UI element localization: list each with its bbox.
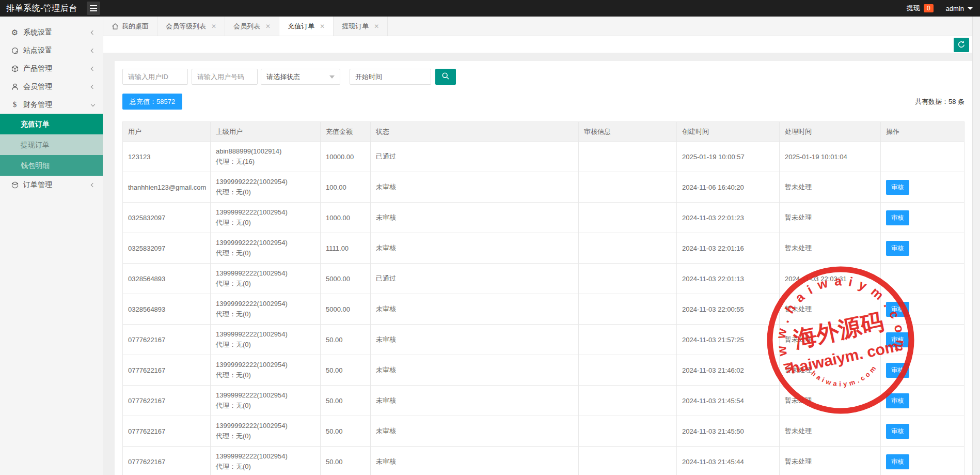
status-cell: 已通过 bbox=[371, 142, 579, 172]
audit-button[interactable]: 审核 bbox=[886, 393, 909, 408]
agent-text: 代理：无(0) bbox=[216, 218, 315, 228]
audit-button[interactable]: 审核 bbox=[886, 424, 909, 439]
parent-user-text: abin888999(1002914) bbox=[216, 146, 315, 157]
close-icon[interactable]: ✕ bbox=[374, 23, 379, 30]
action-cell: 审核 bbox=[881, 447, 965, 475]
sidebar-item-label: 系统设置 bbox=[23, 28, 52, 37]
hamburger-menu-icon[interactable] bbox=[87, 2, 100, 15]
user-cell: 0777622167 bbox=[123, 355, 211, 386]
sidebar-item-finance-management[interactable]: $财务管理 bbox=[0, 96, 103, 114]
sidebar-item-label: 订单管理 bbox=[23, 180, 52, 190]
total-recharge-button[interactable]: 总充值：58572 bbox=[122, 94, 182, 110]
parent-user-text: 13999992222(1002954) bbox=[216, 329, 315, 340]
audit-info-cell bbox=[579, 416, 677, 447]
parent-user-cell: 13999992222(1002954)代理：无(0) bbox=[211, 233, 321, 264]
chevron-left-icon bbox=[91, 66, 95, 70]
start-time-input[interactable] bbox=[350, 69, 431, 85]
sidebar-item-site-settings[interactable]: 站点设置 bbox=[0, 41, 103, 59]
parent-user-cell: 13999992222(1002954)代理：无(0) bbox=[211, 447, 321, 475]
parent-user-text: 13999992222(1002954) bbox=[216, 268, 315, 279]
parent-user-text: 13999992222(1002954) bbox=[216, 421, 315, 431]
action-cell bbox=[881, 264, 965, 294]
user-menu[interactable]: admin bbox=[946, 5, 973, 12]
member-icon bbox=[10, 83, 19, 90]
processed-time-cell: 暂未处理 bbox=[780, 294, 881, 325]
agent-text: 代理：无(0) bbox=[216, 401, 315, 411]
withdraw-count-badge: 0 bbox=[924, 4, 934, 12]
tab-member-level-list[interactable]: 会员等级列表✕ bbox=[157, 17, 225, 36]
user-phone-input[interactable] bbox=[192, 69, 258, 85]
status-cell: 已通过 bbox=[371, 264, 579, 294]
close-icon[interactable]: ✕ bbox=[211, 23, 216, 30]
tab-recharge-orders[interactable]: 充值订单✕ bbox=[279, 17, 334, 36]
table-row: 077762216713999992222(1002954)代理：无(0)50.… bbox=[123, 447, 965, 475]
audit-button[interactable]: 审核 bbox=[886, 302, 909, 317]
status-select[interactable]: 请选择状态 bbox=[261, 69, 340, 85]
audit-button[interactable]: 审核 bbox=[886, 210, 909, 225]
amount-cell: 50.00 bbox=[321, 447, 371, 475]
table-row: 032856489313999992222(1002954)代理：无(0)500… bbox=[123, 294, 965, 325]
status-select-value: 请选择状态 bbox=[266, 72, 300, 82]
sidebar-subitem-recharge-orders[interactable]: 充值订单 bbox=[0, 114, 103, 134]
search-button[interactable] bbox=[435, 69, 456, 85]
processed-time-cell: 2025-01-19 10:01:04 bbox=[780, 142, 881, 172]
stats-row: 总充值：58572 共有数据：58 条 bbox=[122, 94, 965, 110]
sidebar-item-system-settings[interactable]: ⚙系统设置 bbox=[0, 23, 103, 41]
audit-button[interactable]: 审核 bbox=[886, 363, 909, 378]
status-cell: 未审核 bbox=[371, 294, 579, 325]
sidebar-item-label: 产品管理 bbox=[23, 64, 52, 73]
parent-user-text: 13999992222(1002954) bbox=[216, 390, 315, 401]
audit-info-cell bbox=[579, 142, 677, 172]
close-icon[interactable]: ✕ bbox=[265, 23, 271, 30]
table-row: 123123abin888999(1002914)代理：无(16)10000.0… bbox=[123, 142, 965, 172]
sidebar-item-member-management[interactable]: 会员管理 bbox=[0, 78, 103, 96]
sidebar-subitem-wallet-detail[interactable]: 钱包明细 bbox=[0, 155, 103, 176]
user-cell: thanhhien123@gmail.com bbox=[123, 172, 211, 203]
sidebar-subitem-withdraw-orders[interactable]: 提现订单 bbox=[0, 134, 103, 155]
refresh-button[interactable] bbox=[954, 38, 969, 52]
column-header: 审核信息 bbox=[579, 122, 677, 142]
sidebar-item-label: 站点设置 bbox=[23, 46, 52, 55]
audit-button[interactable]: 审核 bbox=[886, 332, 909, 347]
audit-button[interactable]: 审核 bbox=[886, 454, 909, 469]
amount-cell: 50.00 bbox=[321, 325, 371, 355]
audit-button[interactable]: 审核 bbox=[886, 180, 909, 195]
audit-info-cell bbox=[579, 294, 677, 325]
user-id-input[interactable] bbox=[122, 69, 188, 85]
created-time-cell: 2024-11-03 22:01:23 bbox=[677, 203, 780, 233]
amount-cell: 1111.00 bbox=[321, 233, 371, 264]
processed-time-cell: 暂未处理 bbox=[780, 233, 881, 264]
sidebar-item-order-management[interactable]: 订单管理 bbox=[0, 176, 103, 194]
tab-my-desktop[interactable]: 我的桌面 bbox=[103, 17, 157, 36]
parent-user-cell: 13999992222(1002954)代理：无(0) bbox=[211, 416, 321, 447]
tab-withdraw-orders[interactable]: 提现订单✕ bbox=[334, 17, 388, 36]
table-row: 032856489313999992222(1002954)代理：无(0)500… bbox=[123, 264, 965, 294]
site-icon bbox=[10, 47, 19, 54]
created-time-cell: 2024-11-03 21:57:25 bbox=[677, 325, 780, 355]
content-area: 请选择状态 总充值：58572 共有数据：58 条 用户上级用户充值金额状态审核… bbox=[103, 53, 972, 475]
withdraw-notification[interactable]: 提现 0 bbox=[907, 4, 934, 13]
parent-user-text: 13999992222(1002954) bbox=[216, 177, 315, 187]
page-scrollbar[interactable] bbox=[972, 17, 980, 475]
column-header: 操作 bbox=[881, 122, 965, 142]
audit-button[interactable]: 审核 bbox=[886, 241, 909, 256]
close-icon[interactable]: ✕ bbox=[320, 23, 325, 30]
withdraw-label: 提现 bbox=[907, 4, 920, 13]
column-header: 处理时间 bbox=[780, 122, 881, 142]
audit-info-cell bbox=[579, 386, 677, 416]
user-cell: 0777622167 bbox=[123, 416, 211, 447]
orders-table: 用户上级用户充值金额状态审核信息创建时间处理时间操作 123123abin888… bbox=[122, 121, 965, 475]
audit-info-cell bbox=[579, 264, 677, 294]
username: admin bbox=[946, 5, 964, 12]
action-cell: 审核 bbox=[881, 203, 965, 233]
amount-cell: 10000.00 bbox=[321, 142, 371, 172]
gear-icon: ⚙ bbox=[10, 28, 19, 37]
user-cell: 0777622167 bbox=[123, 325, 211, 355]
tab-member-list[interactable]: 会员列表✕ bbox=[225, 17, 279, 36]
parent-user-text: 13999992222(1002954) bbox=[216, 299, 315, 309]
status-cell: 未审核 bbox=[371, 416, 579, 447]
sidebar-item-product-management[interactable]: 产品管理 bbox=[0, 59, 103, 78]
tabbar: 我的桌面会员等级列表✕会员列表✕充值订单✕提现订单✕ bbox=[103, 17, 972, 36]
parent-user-cell: 13999992222(1002954)代理：无(0) bbox=[211, 386, 321, 416]
recharge-orders-panel: 请选择状态 总充值：58572 共有数据：58 条 用户上级用户充值金额状态审核… bbox=[115, 61, 972, 475]
